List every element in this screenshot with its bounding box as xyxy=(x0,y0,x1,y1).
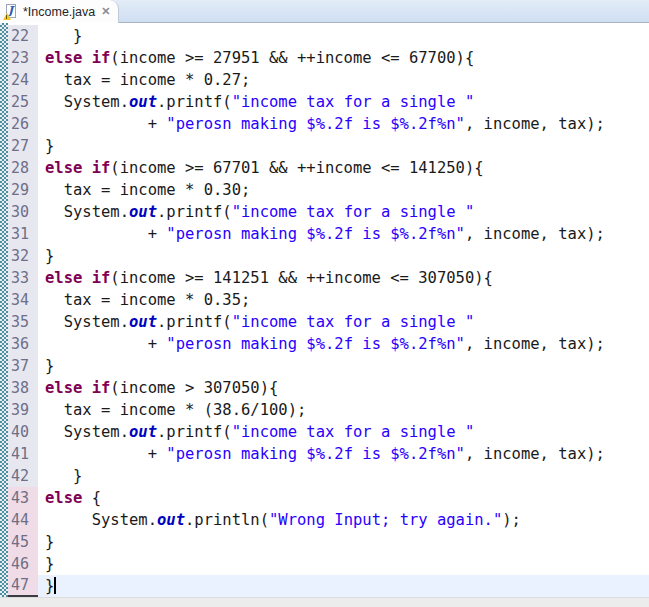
code-text: } xyxy=(38,575,649,597)
token-plain: (income >= 27951 && ++income <= 67700){ xyxy=(110,49,474,67)
tab-close-icon[interactable]: ✕ xyxy=(101,6,110,17)
token-plain: .printf( xyxy=(157,313,232,331)
code-line[interactable]: 31 + "perosn making $%.2f is $%.2f%n", i… xyxy=(8,223,649,245)
line-number[interactable]: 38 xyxy=(8,377,38,399)
tab-title: *Income.java xyxy=(23,5,95,19)
code-line[interactable]: 28else if(income >= 67701 && ++income <=… xyxy=(8,157,649,179)
line-number[interactable]: 42 xyxy=(8,465,38,487)
code-line[interactable]: 42 } xyxy=(8,465,649,487)
line-number[interactable]: 25 xyxy=(8,91,38,113)
token-keyword: else if xyxy=(45,379,110,397)
line-number[interactable]: 43 xyxy=(8,487,38,509)
code-text: + "perosn making $%.2f is $%.2f%n", inco… xyxy=(38,443,649,465)
line-number[interactable]: 44 xyxy=(8,509,38,531)
code-line[interactable]: 33else if(income >= 141251 && ++income <… xyxy=(8,267,649,289)
code-line[interactable]: 25 System.out.printf("income tax for a s… xyxy=(8,91,649,113)
token-plain: .printf( xyxy=(157,93,232,111)
line-number[interactable]: 23 xyxy=(8,47,38,69)
token-plain: + xyxy=(45,445,166,463)
line-number[interactable]: 33 xyxy=(8,267,38,289)
token-plain: .printf( xyxy=(157,203,232,221)
token-string: "Wrong Input; try again." xyxy=(269,511,502,529)
line-number[interactable]: 40 xyxy=(8,421,38,443)
code-text: + "perosn making $%.2f is $%.2f%n", inco… xyxy=(38,333,649,355)
code-line[interactable]: 34 tax = income * 0.35; xyxy=(8,289,649,311)
code-line[interactable]: 46} xyxy=(8,553,649,575)
token-plain: , income, tax); xyxy=(465,115,605,133)
token-plain: System. xyxy=(45,203,129,221)
code-editor-area[interactable]: 22 }23else if(income >= 27951 && ++incom… xyxy=(0,23,649,597)
line-number[interactable]: 24 xyxy=(8,69,38,91)
token-plain: + xyxy=(45,225,166,243)
token-plain: } xyxy=(45,467,82,485)
token-plain: (income >= 67701 && ++income <= 141250){ xyxy=(110,159,483,177)
token-plain: , income, tax); xyxy=(465,335,605,353)
code-line[interactable]: 41 + "perosn making $%.2f is $%.2f%n", i… xyxy=(8,443,649,465)
code-text: else if(income >= 67701 && ++income <= 1… xyxy=(38,157,649,179)
code-line[interactable]: 38else if(income > 307050){ xyxy=(8,377,649,399)
token-plain: .printf( xyxy=(157,423,232,441)
line-number[interactable]: 37 xyxy=(8,355,38,377)
line-number[interactable]: 35 xyxy=(8,311,38,333)
annotation-strip xyxy=(0,23,8,597)
code-line[interactable]: 29 tax = income * 0.30; xyxy=(8,179,649,201)
line-number[interactable]: 30 xyxy=(8,201,38,223)
line-number[interactable]: 41 xyxy=(8,443,38,465)
code-line[interactable]: 35 System.out.printf("income tax for a s… xyxy=(8,311,649,333)
code-line[interactable]: 30 System.out.printf("income tax for a s… xyxy=(8,201,649,223)
token-plain: + xyxy=(45,115,166,133)
token-keyword: else if xyxy=(45,49,110,67)
code-line[interactable]: 39 tax = income * (38.6/100); xyxy=(8,399,649,421)
code-line[interactable]: 26 + "perosn making $%.2f is $%.2f%n", i… xyxy=(8,113,649,135)
line-number[interactable]: 39 xyxy=(8,399,38,421)
line-number[interactable]: 29 xyxy=(8,179,38,201)
line-number[interactable]: 31 xyxy=(8,223,38,245)
line-number[interactable]: 32 xyxy=(8,245,38,267)
code-line[interactable]: 43else { xyxy=(8,487,649,509)
token-plain: (income > 307050){ xyxy=(110,379,278,397)
line-number[interactable]: 22 xyxy=(8,25,38,47)
code-text: else if(income > 307050){ xyxy=(38,377,649,399)
line-number[interactable]: 46 xyxy=(8,553,38,575)
line-number[interactable]: 26 xyxy=(8,113,38,135)
code-line[interactable]: 37} xyxy=(8,355,649,377)
code-text: tax = income * 0.35; xyxy=(38,289,649,311)
token-string: "perosn making $%.2f is $%.2f%n" xyxy=(166,335,465,353)
code-text: tax = income * (38.6/100); xyxy=(38,399,649,421)
line-number[interactable]: 36 xyxy=(8,333,38,355)
code-line[interactable]: 32} xyxy=(8,245,649,267)
token-plain: System. xyxy=(45,423,129,441)
code-text: } xyxy=(38,25,649,47)
code-text: else if(income >= 141251 && ++income <= … xyxy=(38,267,649,289)
token-plain: (income >= 141251 && ++income <= 307050)… xyxy=(110,269,493,287)
code-text: System.out.println("Wrong Input; try aga… xyxy=(38,509,649,531)
eclipse-editor-window: J *Income.java ✕ 22 }23else if(income >=… xyxy=(0,0,649,607)
code-line[interactable]: 27} xyxy=(8,135,649,157)
token-plain: } xyxy=(45,555,54,573)
token-keyword: else if xyxy=(45,159,110,177)
line-number[interactable]: 45 xyxy=(8,531,38,553)
code-line[interactable]: 36 + "perosn making $%.2f is $%.2f%n", i… xyxy=(8,333,649,355)
code-line[interactable]: 40 System.out.printf("income tax for a s… xyxy=(8,421,649,443)
tab-income-java[interactable]: J *Income.java ✕ xyxy=(0,0,119,23)
editor-tab-bar: J *Income.java ✕ xyxy=(0,0,649,23)
code-line[interactable]: 24 tax = income * 0.27; xyxy=(8,69,649,91)
code-line[interactable]: 45} xyxy=(8,531,649,553)
line-number[interactable]: 34 xyxy=(8,289,38,311)
token-string: "perosn making $%.2f is $%.2f%n" xyxy=(166,445,465,463)
code-text: } xyxy=(38,135,649,157)
code-line[interactable]: 47} xyxy=(8,575,649,597)
line-number[interactable]: 28 xyxy=(8,157,38,179)
code-line[interactable]: 23else if(income >= 27951 && ++income <=… xyxy=(8,47,649,69)
code-line[interactable]: 44 System.out.println("Wrong Input; try … xyxy=(8,509,649,531)
code-text: } xyxy=(38,531,649,553)
token-keyword: else xyxy=(45,489,82,507)
code-line[interactable]: 22 } xyxy=(8,25,649,47)
token-static-field: out xyxy=(129,423,157,441)
code-text: else { xyxy=(38,487,649,509)
token-plain: ); xyxy=(502,511,521,529)
code-text: tax = income * 0.27; xyxy=(38,69,649,91)
line-number[interactable]: 47 xyxy=(8,575,38,597)
token-plain: System. xyxy=(45,93,129,111)
line-number[interactable]: 27 xyxy=(8,135,38,157)
